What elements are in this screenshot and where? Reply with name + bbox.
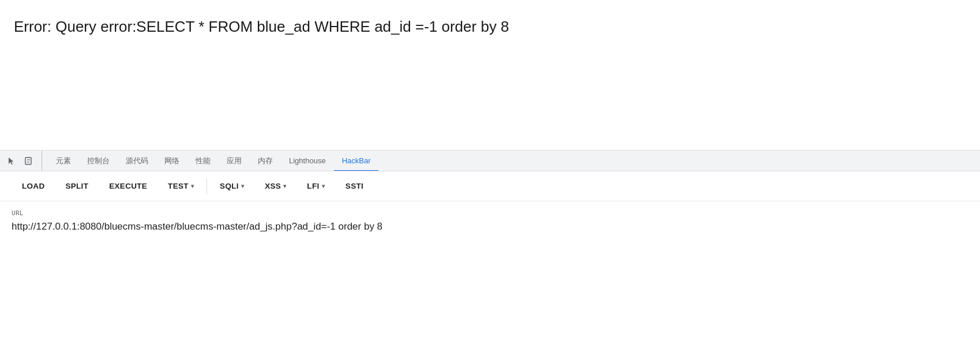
inspector-icon	[24, 156, 33, 166]
lfi-dropdown-arrow: ▾	[322, 183, 325, 189]
tab-hackbar[interactable]: HackBar	[334, 151, 379, 171]
sqli-button[interactable]: SQLI ▾	[209, 177, 254, 195]
url-label: URL	[12, 209, 968, 217]
xss-button[interactable]: XSS ▾	[254, 177, 296, 195]
cursor-icon-btn[interactable]	[5, 154, 18, 168]
error-message: Error: Query error:SELECT * FROM blue_ad…	[14, 16, 966, 37]
devtools-icon-group	[5, 151, 42, 171]
test-button[interactable]: TEST ▾	[157, 177, 204, 195]
load-button[interactable]: LOAD	[12, 177, 55, 195]
tab-lighthouse[interactable]: Lighthouse	[281, 151, 334, 171]
devtools-tab-list: 元素 控制台 源代码 网络 性能 应用 内存 Lighthouse	[48, 151, 378, 171]
inspector-icon-btn[interactable]	[22, 154, 36, 168]
toolbar-separator-1	[206, 178, 207, 194]
lfi-button[interactable]: LFI ▾	[296, 177, 335, 195]
svg-rect-2	[27, 162, 29, 163]
tab-console[interactable]: 控制台	[79, 151, 118, 171]
main-content-area: Error: Query error:SELECT * FROM blue_ad…	[0, 0, 980, 150]
test-dropdown-arrow: ▾	[191, 183, 194, 189]
tab-performance[interactable]: 性能	[187, 151, 219, 171]
svg-rect-0	[25, 158, 31, 164]
hackbar-toolbar: LOAD SPLIT EXECUTE TEST ▾ SQLI ▾ XSS ▾ L…	[0, 171, 980, 201]
tab-network[interactable]: 网络	[156, 151, 187, 171]
devtools-tab-bar: 元素 控制台 源代码 网络 性能 应用 内存 Lighthouse	[0, 151, 980, 171]
cursor-icon	[7, 156, 16, 166]
devtools-panel: 元素 控制台 源代码 网络 性能 应用 内存 Lighthouse	[0, 150, 980, 243]
ssti-button[interactable]: SSTI	[335, 177, 374, 195]
tab-application[interactable]: 应用	[219, 151, 250, 171]
svg-rect-1	[27, 159, 30, 160]
url-value: http://127.0.0.1:8080/bluecms-master/blu…	[12, 219, 968, 234]
sqli-dropdown-arrow: ▾	[241, 183, 244, 189]
tab-memory[interactable]: 内存	[250, 151, 281, 171]
hackbar-content: LOAD SPLIT EXECUTE TEST ▾ SQLI ▾ XSS ▾ L…	[0, 171, 980, 243]
tab-elements[interactable]: 元素	[48, 151, 79, 171]
tab-sources[interactable]: 源代码	[118, 151, 156, 171]
xss-dropdown-arrow: ▾	[283, 183, 286, 189]
split-button[interactable]: SPLIT	[55, 177, 99, 195]
url-section: URL http://127.0.0.1:8080/bluecms-master…	[0, 201, 980, 243]
execute-button[interactable]: EXECUTE	[99, 177, 157, 195]
